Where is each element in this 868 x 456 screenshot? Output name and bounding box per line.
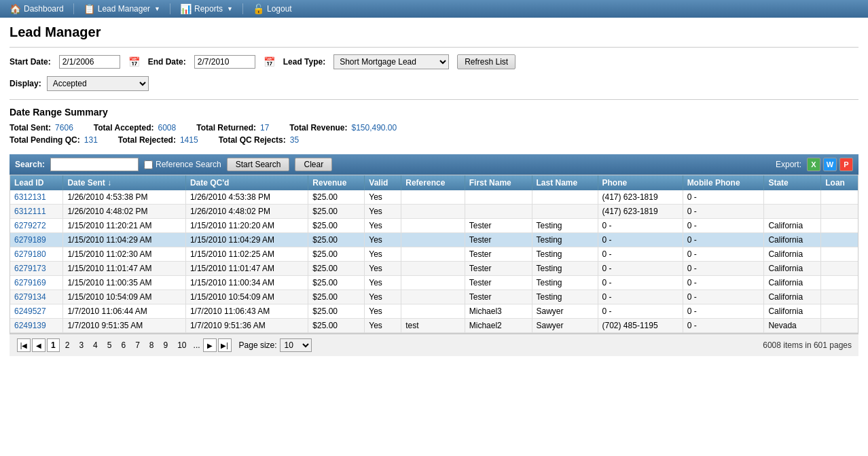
table-cell: 0 -: [683, 290, 764, 304]
ref-search-checkbox[interactable]: [144, 160, 153, 169]
table-cell[interactable]: 6279189: [10, 233, 63, 247]
export-excel-button[interactable]: X: [807, 158, 820, 171]
col-loan[interactable]: Loan: [821, 175, 858, 190]
table-cell[interactable]: 6279134: [10, 290, 63, 304]
lead-manager-icon: 📋: [84, 3, 95, 14]
table-cell: 0 -: [683, 276, 764, 290]
table-row[interactable]: 62791891/15/2010 11:04:29 AM1/15/2010 11…: [10, 233, 858, 247]
table-row[interactable]: 62791691/15/2010 11:00:35 AM1/15/2010 11…: [10, 276, 858, 290]
col-date-qcd[interactable]: Date QC'd: [185, 175, 308, 190]
summary-pending-qc: Total Pending QC: 131: [10, 135, 98, 145]
page-num-9[interactable]: 9: [160, 338, 173, 352]
table-cell: [821, 276, 858, 290]
table-row[interactable]: 62491391/7/2010 9:51:35 AM1/7/2010 9:51:…: [10, 319, 858, 333]
table-row[interactable]: 63121111/26/2010 4:48:02 PM1/26/2010 4:4…: [10, 205, 858, 219]
page-num-2[interactable]: 2: [61, 338, 74, 352]
col-valid[interactable]: Valid: [365, 175, 401, 190]
table-cell: 0 -: [598, 219, 683, 233]
nav-reports[interactable]: 📊 Reports ▼: [175, 2, 238, 16]
table-cell[interactable]: 6279173: [10, 262, 63, 276]
page-next-button[interactable]: ▶: [203, 338, 217, 352]
table-cell: 1/15/2010 11:20:21 AM: [63, 219, 185, 233]
table-row[interactable]: 62495271/7/2010 11:06:44 AM1/7/2010 11:0…: [10, 304, 858, 319]
refresh-list-button[interactable]: Refresh List: [457, 54, 516, 69]
table-cell[interactable]: 6249139: [10, 319, 63, 333]
qc-rejects-value: 35: [290, 135, 299, 145]
page-num-4[interactable]: 4: [89, 338, 102, 352]
col-first-name[interactable]: First Name: [465, 175, 532, 190]
end-date-label: End Date:: [148, 57, 186, 67]
export-pdf-button[interactable]: P: [839, 158, 853, 171]
search-input[interactable]: [50, 158, 139, 171]
table-cell: $25.00: [308, 190, 365, 205]
page-num-8[interactable]: 8: [145, 338, 158, 352]
table-cell[interactable]: 6312111: [10, 205, 63, 219]
table-cell: [764, 190, 821, 205]
page-num-7[interactable]: 7: [131, 338, 144, 352]
col-revenue[interactable]: Revenue: [308, 175, 365, 190]
col-last-name[interactable]: Last Name: [532, 175, 598, 190]
table-row[interactable]: 62791341/15/2010 10:54:09 AM1/15/2010 10…: [10, 290, 858, 304]
table-body: 63121311/26/2010 4:53:38 PM1/26/2010 4:5…: [10, 190, 858, 333]
table-cell: [821, 262, 858, 276]
end-date-input[interactable]: [194, 55, 255, 69]
page-num-5[interactable]: 5: [103, 338, 116, 352]
end-date-calendar-icon[interactable]: 📅: [264, 56, 275, 67]
col-state[interactable]: State: [764, 175, 821, 190]
nav-logout[interactable]: 🔓 Logout: [247, 2, 297, 16]
total-returned-value: 17: [260, 123, 269, 133]
col-phone[interactable]: Phone: [598, 175, 683, 190]
table-cell: 1/15/2010 11:20:20 AM: [185, 219, 308, 233]
page-last-button[interactable]: ▶|: [218, 338, 232, 352]
export-word-button[interactable]: W: [823, 158, 837, 171]
table-cell[interactable]: 6279272: [10, 219, 63, 233]
table-cell: California: [764, 233, 821, 247]
reports-arrow-icon: ▼: [227, 5, 233, 12]
table-row[interactable]: 62791801/15/2010 11:02:30 AM1/15/2010 11…: [10, 247, 858, 262]
nav-dashboard[interactable]: 🏠 Dashboard: [4, 2, 69, 16]
page-num-1[interactable]: 1: [47, 338, 60, 352]
lead-type-select[interactable]: Short Mortgage Lead Standard Mortgage Le…: [333, 54, 449, 69]
start-search-button[interactable]: Start Search: [227, 158, 290, 171]
table-cell: [532, 190, 598, 205]
table-cell: Yes: [365, 290, 401, 304]
ref-search-label[interactable]: Reference Search: [144, 160, 221, 169]
start-date-calendar-icon[interactable]: 📅: [128, 56, 140, 67]
col-mobile-phone[interactable]: Mobile Phone: [683, 175, 764, 190]
col-lead-id[interactable]: Lead ID: [10, 175, 63, 190]
total-rejected-value: 1415: [180, 135, 198, 145]
page-content: Lead Manager Start Date: 📅 End Date: 📅 L…: [0, 18, 868, 363]
table-cell: 0 -: [683, 262, 764, 276]
nav-lead-manager[interactable]: 📋 Lead Manager ▼: [78, 2, 166, 16]
table-cell[interactable]: 6279180: [10, 247, 63, 262]
table-row[interactable]: 62791731/15/2010 11:01:47 AM1/15/2010 11…: [10, 262, 858, 276]
total-sent-label: Total Sent:: [10, 123, 51, 133]
table-cell: 1/15/2010 11:04:29 AM: [185, 233, 308, 247]
page-num-3[interactable]: 3: [75, 338, 88, 352]
page-size-select[interactable]: 10 25 50 100: [280, 338, 312, 352]
nav-dashboard-label: Dashboard: [24, 4, 64, 14]
clear-button[interactable]: Clear: [295, 158, 332, 171]
page-first-button[interactable]: |◀: [17, 338, 31, 352]
export-label: Export:: [776, 160, 801, 169]
table-cell: Yes: [365, 262, 401, 276]
table-cell[interactable]: 6249527: [10, 304, 63, 319]
start-date-input[interactable]: [59, 55, 120, 69]
lead-manager-arrow-icon: ▼: [154, 5, 160, 12]
table-cell[interactable]: 6312131: [10, 190, 63, 205]
table-row[interactable]: 62792721/15/2010 11:20:21 AM1/15/2010 11…: [10, 219, 858, 233]
table-cell[interactable]: 6279169: [10, 276, 63, 290]
page-prev-button[interactable]: ◀: [32, 338, 46, 352]
total-sent-value: 7606: [55, 123, 73, 133]
search-label: Search:: [15, 160, 45, 169]
col-date-sent[interactable]: Date Sent ↓: [63, 175, 185, 190]
table-cell: 0 -: [683, 219, 764, 233]
table-cell: California: [764, 247, 821, 262]
table-row[interactable]: 63121311/26/2010 4:53:38 PM1/26/2010 4:5…: [10, 190, 858, 205]
page-num-10[interactable]: 10: [173, 338, 190, 352]
page-num-6[interactable]: 6: [117, 338, 130, 352]
nav-reports-label: Reports: [194, 4, 223, 14]
display-select[interactable]: Accepted Rejected Pending QC Returned: [47, 76, 149, 91]
col-reference[interactable]: Reference: [401, 175, 465, 190]
summary-total-returned: Total Returned: 17: [196, 123, 269, 133]
